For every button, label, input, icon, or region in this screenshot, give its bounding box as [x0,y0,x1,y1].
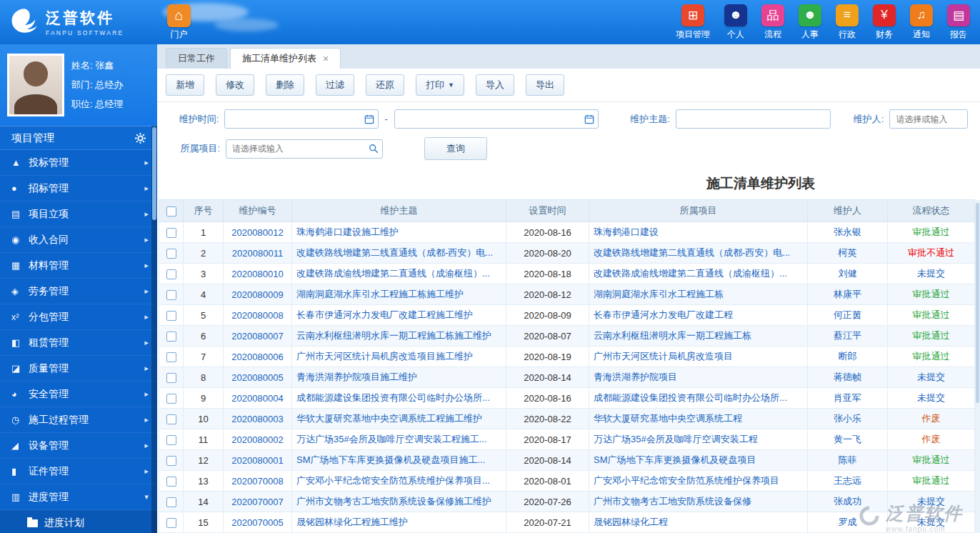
row-code-link[interactable]: 2020080002 [231,434,283,445]
row-code-link[interactable]: 2020070008 [231,476,283,487]
row-maintainer-link[interactable]: 张小乐 [834,413,861,424]
row-code-link[interactable]: 2020080008 [231,310,283,321]
row-code-link[interactable]: 2020080001 [231,455,283,466]
row-subject-link[interactable]: SM广场地下车库更换摄像机及硬盘项目施工... [296,454,485,465]
tab-daily-work[interactable]: 日常工作 [166,48,227,69]
row-maintainer-link[interactable]: 林康平 [834,289,861,299]
query-button[interactable]: 查询 [424,137,487,160]
row-checkbox[interactable] [166,352,176,362]
top-nav-item-0[interactable]: ⊞ 项目管理 [676,4,710,41]
search-icon[interactable] [369,144,379,154]
row-project-link[interactable]: 广安邓小平纪念馆安全防范系统维护保养项目 [594,475,779,486]
sidebar-item-2[interactable]: ▤ 项目立项 ▸ [0,201,157,227]
calendar-icon[interactable] [364,114,374,124]
row-code-link[interactable]: 2020080012 [231,227,283,238]
row-code-link[interactable]: 2020080004 [231,393,283,404]
row-project-link[interactable]: 改建铁路线增建第二线直通线（成都-西安）电... [594,247,790,258]
row-subject-link[interactable]: 湖南洞庭湖水库引水工程施工栋施工维护 [296,289,464,299]
row-code-link[interactable]: 2020080007 [231,331,283,342]
row-project-link[interactable]: 广州市文物考古工地安防系统设备保修 [594,496,751,507]
sidebar-item-1[interactable]: ● 招标管理 ▸ [0,176,157,201]
toolbar-button-0[interactable]: 新增 [166,74,204,96]
row-project-link[interactable]: 云南水利枢纽潜明水库一期工程施工栋 [594,330,751,341]
sidebar-scrollbar-thumb[interactable] [152,127,156,220]
row-checkbox[interactable] [166,435,176,445]
row-project-link[interactable]: 青海洪湖养护院项目 [594,372,677,382]
sidebar-scrollbar[interactable] [151,126,157,533]
row-project-link[interactable]: 湖南洞庭湖水库引水工程施工栋 [594,289,724,299]
row-maintainer-link[interactable]: 肖亚军 [834,392,861,403]
row-checkbox[interactable] [166,477,176,487]
sidebar-item-4[interactable]: ▦ 材料管理 ▸ [0,253,157,279]
row-checkbox[interactable] [166,394,176,404]
row-subject-link[interactable]: 长春市伊通河水力发电厂改建工程施工维护 [296,309,473,320]
row-maintainer-link[interactable]: 蒋德帧 [834,372,861,382]
top-nav-item-4[interactable]: ≡ 行政 [836,4,859,41]
toolbar-button-3[interactable]: 过滤 [316,74,354,96]
row-project-link[interactable]: 成都能源建设集团投资有限公司临时办公场所... [594,392,787,403]
row-subject-link[interactable]: 晟铭园林绿化工程施工维护 [296,517,408,527]
sidebar-item-3[interactable]: ◉ 收入合同 ▸ [0,227,157,253]
row-code-link[interactable]: 2020070007 [231,497,283,507]
top-nav-item-1[interactable]: ☻ 个人 [724,4,747,41]
nav-portal[interactable]: ⌂ 门户 [167,4,191,41]
toolbar-button-2[interactable]: 删除 [266,74,304,96]
row-subject-link[interactable]: 万达广场35#会所及咖啡厅空调安装工程施工... [296,434,487,444]
row-code-link[interactable]: 2020080006 [231,352,283,362]
top-nav-item-5[interactable]: ¥ 财务 [873,4,896,41]
toolbar-button-1[interactable]: 修改 [216,74,254,96]
calendar-icon[interactable] [584,114,594,124]
table-scrollbar-thumb[interactable] [976,203,979,403]
row-code-link[interactable]: 2020080009 [231,289,283,300]
top-nav-item-3[interactable]: ☻ 人事 [799,4,821,41]
row-maintainer-link[interactable]: 刘健 [839,268,857,279]
row-subject-link[interactable]: 青海洪湖养护院项目施工维护 [296,372,417,382]
row-subject-link[interactable]: 改建铁路线增建第二线直通线（成都-西安）电... [296,247,493,258]
table-scrollbar[interactable] [975,200,980,533]
row-maintainer-link[interactable]: 陈菲 [839,454,857,465]
project-input[interactable] [226,139,383,159]
row-project-link[interactable]: 改建铁路成渝线增建第二直通线（成渝枢纽）... [594,268,787,279]
row-checkbox[interactable] [166,414,176,424]
row-checkbox[interactable] [166,456,176,466]
top-nav-item-2[interactable]: 品 流程 [761,4,784,41]
toolbar-button-6[interactable]: 导入 [476,74,514,96]
row-subject-link[interactable]: 华软大厦研究基地中央空调系统工程施工维护 [296,413,482,424]
row-checkbox[interactable] [166,228,176,238]
sidebar-item-11[interactable]: ◢ 设备管理 ▸ [0,433,157,459]
row-maintainer-link[interactable]: 黄一飞 [834,434,861,444]
row-subject-link[interactable]: 云南水利枢纽潜明水库一期工程施工栋施工维护 [296,330,491,341]
gear-icon[interactable] [135,133,146,144]
row-code-link[interactable]: 2020070005 [231,517,283,528]
row-subject-link[interactable]: 广州市天河区统计局机房改造项目施工维护 [296,351,473,362]
maintainer-input[interactable] [889,109,968,129]
row-checkbox[interactable] [166,332,176,342]
sidebar-item-13[interactable]: ▥ 进度管理 ▾ [0,484,157,510]
row-maintainer-link[interactable]: 柯英 [839,247,857,258]
row-project-link[interactable]: 长春市伊通河水力发电厂改建工程 [594,309,733,320]
row-project-link[interactable]: 晟铭园林绿化工程 [594,517,668,527]
maintain-time-end-input[interactable] [394,109,599,129]
close-icon[interactable]: × [323,54,329,64]
row-code-link[interactable]: 2020080003 [231,414,283,424]
row-checkbox[interactable] [166,497,176,507]
sidebar-item-7[interactable]: ◧ 租赁管理 ▸ [0,330,157,356]
row-subject-link[interactable]: 改建铁路成渝线增建第二直通线（成渝枢纽）... [296,268,490,279]
row-project-link[interactable]: SM广场地下车库更换摄像机及硬盘项目 [594,454,756,465]
sidebar-item-8[interactable]: ◪ 质量管理 ▸ [0,356,157,382]
row-code-link[interactable]: 2020080005 [231,372,283,383]
row-maintainer-link[interactable]: 蔡江平 [834,330,861,341]
row-project-link[interactable]: 华软大厦研究基地中央空调系统工程 [594,413,742,424]
sidebar-item-10[interactable]: ◷ 施工过程管理 ▸ [0,407,157,433]
row-checkbox[interactable] [166,311,176,321]
maintain-time-start-input[interactable] [224,109,378,129]
row-checkbox[interactable] [166,290,176,300]
sidebar-item-5[interactable]: ◈ 劳务管理 ▸ [0,279,157,304]
top-nav-item-7[interactable]: ▤ 报告 [947,4,970,41]
sidebar-item-0[interactable]: ▲ 投标管理 ▸ [0,150,157,176]
row-subject-link[interactable]: 成都能源建设集团投资有限公司临时办公场所... [296,392,490,403]
toolbar-button-5[interactable]: 打印▼ [416,74,464,96]
tab-construction-list[interactable]: 施工清单维护列表 × [230,48,341,69]
maintain-subject-input[interactable] [676,109,831,129]
row-code-link[interactable]: 2020080010 [231,269,283,279]
